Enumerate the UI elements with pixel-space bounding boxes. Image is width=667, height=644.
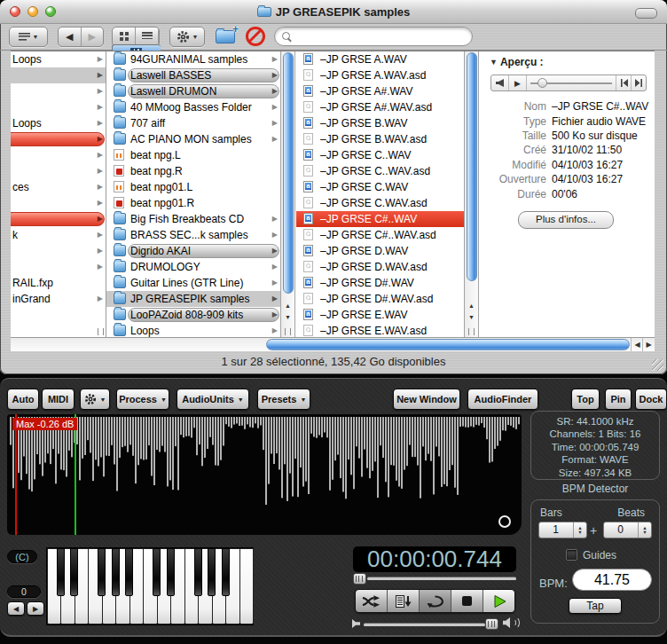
browser-row[interactable]: ▶ [11, 195, 106, 211]
browser-row[interactable]: –JP GRSE C.WAV [296, 179, 464, 195]
resize-grip[interactable] [652, 359, 663, 371]
scrollbar-thumb[interactable] [467, 52, 477, 281]
top-button[interactable]: Top [571, 389, 600, 410]
preview-header[interactable]: ▼ Aperçu : [490, 56, 544, 68]
browser-row[interactable]: –JP GRSE B.WAV [296, 115, 464, 131]
browser-row[interactable]: beat npg01.R ▶ [106, 195, 280, 211]
search-field[interactable] [274, 27, 473, 46]
browser-row[interactable]: Big Fish Breakbeats CD ▶ [106, 211, 280, 227]
browser-row[interactable]: AC PIANO MON samples ▶ [106, 131, 280, 147]
browser-row[interactable]: 40 MMoog Basses Folder ▶ [106, 99, 280, 115]
more-info-button[interactable]: Plus d'infos... [518, 211, 614, 229]
horizontal-scrollbar[interactable]: ◀ ▶ [11, 337, 655, 351]
slider-thumb[interactable] [538, 78, 547, 88]
browser-row[interactable]: ▶ [11, 131, 106, 147]
browser-row[interactable]: ces ▶ [11, 179, 106, 195]
browser-row[interactable]: –JP GRSE D#.WAV.asd [296, 291, 464, 307]
forward-button[interactable]: ▶ [82, 27, 104, 46]
scrub-slider-track[interactable] [367, 577, 516, 580]
browser-row[interactable]: ▶ [11, 147, 106, 163]
piano-key-black[interactable] [222, 548, 230, 596]
action-menu-button[interactable]: ▼ [169, 27, 205, 47]
browser-row[interactable]: Laswell DRUMON ▶ [106, 83, 280, 99]
piano-keyboard[interactable] [46, 547, 254, 625]
scrub-slider-thumb[interactable] [353, 573, 366, 585]
preview-play-button[interactable]: ▶ [509, 75, 527, 90]
browser-row[interactable]: Digrido AKAI ▶ [106, 243, 280, 259]
waveform-display[interactable]: Max -0.26 dB [7, 414, 522, 535]
browser-row[interactable]: –JP GRSE B.WAV.asd [296, 131, 464, 147]
playhead-marker[interactable] [75, 414, 76, 535]
playlist-button[interactable] [388, 590, 420, 612]
piano-key-black[interactable] [70, 548, 78, 596]
browser-row[interactable]: –JP GRSE C.WAV.asd [296, 195, 464, 211]
browser-row[interactable]: Loops ▶ [106, 323, 280, 338]
midi-button[interactable]: MIDI [42, 389, 75, 410]
sort-menu-button[interactable]: ▼ [9, 27, 48, 47]
browser-row[interactable]: –JP GRSE C#..WAV [296, 211, 464, 227]
scroll-left-arrow[interactable]: ◀ [631, 338, 643, 351]
browser-row[interactable]: –JP GRSE A.WAV [296, 51, 464, 67]
icon-view-button[interactable] [113, 27, 136, 46]
browser-row[interactable]: inGrand ▶ [11, 291, 106, 307]
preview-seek-slider[interactable] [527, 75, 616, 90]
browser-row[interactable]: JP GREASEPIK samples ▶ [106, 291, 280, 307]
key-display[interactable]: (C) [7, 550, 37, 563]
browser-row[interactable]: –JP GRSE A#.WAV.asd [296, 99, 464, 115]
shuffle-button[interactable] [356, 590, 388, 612]
tap-button[interactable]: Tap [569, 598, 622, 614]
browser-row[interactable]: beat npg.L ▶ [106, 147, 280, 163]
piano-key-black[interactable] [98, 548, 106, 596]
piano-key-black[interactable] [57, 548, 65, 596]
browser-row[interactable]: –JP GRSE E.WAV.asd [296, 323, 464, 338]
column-view-button[interactable] [112, 44, 160, 47]
scroll-up-arrow[interactable]: ▲ [281, 300, 294, 311]
browser-row[interactable]: beat npg.R ▶ [106, 163, 280, 179]
scroll-up-arrow[interactable]: ▲ [465, 300, 478, 311]
minimize-button[interactable] [27, 6, 38, 17]
browser-row[interactable]: –JP GRSE A#.WAV [296, 83, 464, 99]
browser-row[interactable]: BRASS SEC...k samples ▶ [106, 227, 280, 243]
piano-key-black[interactable] [194, 548, 202, 596]
browser-row[interactable]: –JP GRSE A.WAV.asd [296, 67, 464, 83]
browser-row[interactable]: –JP GRSE C..WAV [296, 147, 464, 163]
close-button[interactable] [10, 6, 20, 17]
audiofinder-button[interactable]: AudioFinder [467, 389, 538, 410]
settings-menu-button[interactable]: ▼ [80, 389, 110, 410]
scrollbar-thumb[interactable] [266, 339, 630, 350]
browser-row[interactable]: –JP GRSE D#.WAV [296, 275, 464, 291]
finder-titlebar[interactable]: JP GREASEPIK samples [0, 0, 667, 24]
loop-button[interactable] [420, 590, 451, 612]
piano-key-white[interactable] [239, 548, 254, 624]
browser-row[interactable]: 94GURANIMAL samples ▶ [106, 51, 280, 67]
piano-key-black[interactable] [208, 548, 216, 596]
stop-button[interactable] [451, 590, 483, 612]
browser-row[interactable]: Loops ▶ [11, 115, 106, 131]
browser-row[interactable]: LooPAZoid 808-909 kits ▶ [106, 307, 280, 323]
browser-row[interactable]: ▶ [11, 67, 106, 83]
volume-slider-track[interactable] [364, 624, 485, 626]
browser-row[interactable]: Guitar Lines (GTR Line) ▶ [106, 275, 280, 291]
browser-row[interactable]: 707 aiff ▶ [106, 115, 280, 131]
back-button[interactable]: ◀ [59, 27, 82, 46]
new-folder-button[interactable] [216, 30, 235, 43]
guides-checkbox[interactable] [566, 549, 577, 561]
audiounits-menu-button[interactable]: AudioUnits▼ [177, 389, 249, 410]
scroll-down-arrow[interactable]: ▼ [465, 311, 478, 323]
bars-select[interactable]: 1 ▲▼ [538, 522, 587, 538]
scroll-down-arrow[interactable]: ▼ [281, 311, 294, 323]
selection-start-marker[interactable] [15, 414, 17, 535]
piano-key-black[interactable] [167, 548, 175, 596]
octave-up-button[interactable]: ▶ [27, 601, 44, 616]
volume-slider-thumb[interactable] [485, 618, 498, 630]
list-view-button[interactable] [136, 27, 159, 46]
waveform[interactable] [7, 414, 522, 535]
auto-button[interactable]: Auto [7, 389, 39, 410]
piano-key-black[interactable] [112, 548, 120, 596]
beats-select[interactable]: 0 ▲▼ [603, 522, 652, 538]
browser-row[interactable]: Laswell BASSES ▶ [106, 67, 280, 83]
browser-row[interactable]: –JP GRSE E.WAV [296, 307, 464, 323]
browser-row[interactable]: –JP GRSE D.WAV [296, 243, 464, 259]
browser-row[interactable]: –JP GRSE C..WAV.asd [296, 163, 464, 179]
browser-row[interactable]: ▶ [11, 211, 106, 227]
